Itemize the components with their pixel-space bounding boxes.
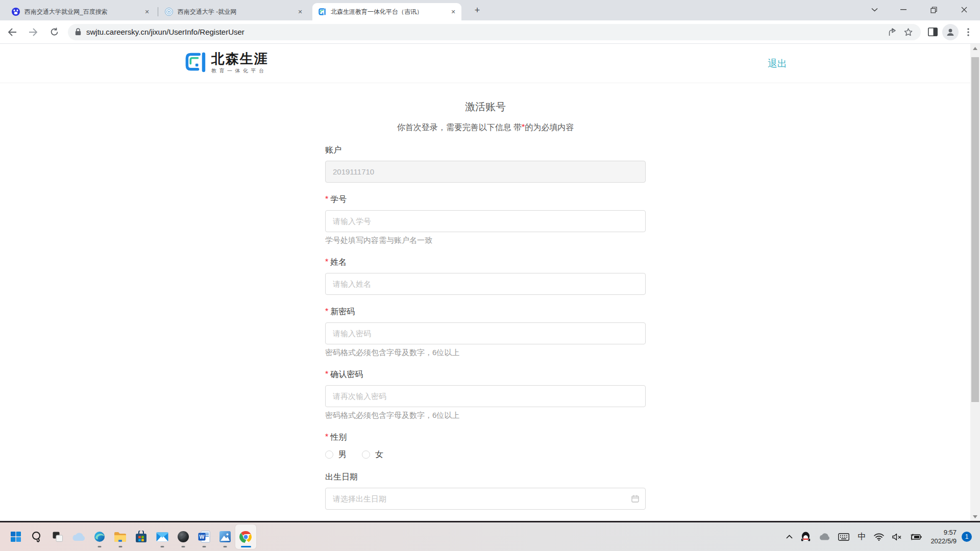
scroll-up-arrow-icon[interactable] — [970, 44, 980, 53]
gender-female-label: 女 — [375, 449, 383, 460]
profile-avatar-icon[interactable] — [942, 24, 959, 40]
field-new-password: *新密码 密码格式必须包含字母及数字，6位以上 — [325, 306, 646, 358]
search-button[interactable] — [26, 524, 47, 549]
form-subtitle: 你首次登录，需要完善以下信息 带*的为必填内容 — [325, 122, 646, 133]
volume-muted-icon[interactable] — [889, 527, 905, 547]
menu-dots-icon[interactable] — [961, 24, 976, 40]
media-player-button[interactable] — [173, 524, 193, 549]
browser-tabstrip: 西南交通大学就业网_百度搜索 ✕ 西南交通大学 -就业网 ✕ 北森生涯教育一体化… — [0, 0, 980, 20]
qq-icon[interactable] — [797, 527, 814, 547]
reload-button[interactable] — [45, 23, 63, 41]
word-button[interactable]: W — [193, 524, 214, 549]
field-name: *姓名 — [325, 257, 646, 295]
gender-label: *性别 — [325, 432, 646, 443]
lock-icon — [75, 28, 81, 36]
beisen-favicon-icon — [318, 8, 326, 16]
student-id-label: *学号 — [325, 194, 646, 205]
account-input — [325, 161, 646, 183]
birth-date-label: 出生日期 — [325, 471, 646, 483]
required-star: * — [325, 433, 328, 441]
edge-browser-icon — [93, 531, 106, 543]
required-star: * — [325, 195, 328, 204]
tab-baidu-search[interactable]: 西南交通大学就业网_百度搜索 ✕ — [6, 3, 155, 20]
tab-close-icon[interactable]: ✕ — [296, 8, 304, 16]
windows-taskbar: W 中 9:57 2022/5/9 1 — [0, 522, 980, 551]
start-button[interactable] — [5, 524, 26, 549]
mail-button[interactable] — [152, 524, 173, 549]
form-title: 激活账号 — [325, 99, 646, 114]
toolbar-actions — [925, 24, 976, 40]
swjtu-favicon-icon — [165, 8, 173, 16]
new-password-input[interactable] — [325, 322, 646, 344]
photos-button[interactable] — [214, 524, 235, 549]
window-close-button[interactable] — [952, 0, 976, 19]
logo-subtitle: 教育一体化平台 — [211, 67, 268, 74]
file-explorer-button[interactable] — [110, 524, 131, 549]
tab-title: 西南交通大学就业网_百度搜索 — [24, 8, 138, 16]
back-button[interactable] — [4, 23, 21, 41]
share-icon[interactable] — [885, 24, 900, 40]
gender-male-radio[interactable]: 男 — [325, 449, 347, 460]
site-header: 北森生涯 教育一体化平台 退出 — [0, 44, 980, 83]
confirm-password-input[interactable] — [325, 385, 646, 407]
notification-badge[interactable]: 1 — [962, 532, 972, 542]
tab-close-icon[interactable]: ✕ — [449, 8, 457, 16]
scrollbar-thumb[interactable] — [971, 57, 979, 402]
tab-beisen-platform-active[interactable]: 北森生涯教育一体化平台（吉讯） ✕ — [312, 3, 461, 20]
confirm-password-label: *确认密码 — [325, 369, 646, 380]
radio-circle-icon[interactable] — [362, 450, 370, 459]
chrome-button-active[interactable] — [235, 524, 256, 549]
required-star: * — [325, 307, 328, 316]
running-indicator — [160, 546, 164, 547]
store-button[interactable] — [131, 524, 152, 549]
radio-circle-icon[interactable] — [325, 450, 333, 459]
task-view-button[interactable] — [47, 524, 68, 549]
window-restore-button[interactable] — [922, 0, 945, 19]
beisen-logo-icon — [184, 51, 206, 73]
student-id-input[interactable] — [325, 210, 646, 232]
battery-charging-icon[interactable] — [906, 527, 925, 547]
url-text: swjtu.careersky.cn/jixun/UserInfo/Regist… — [86, 28, 885, 36]
touch-keyboard-icon[interactable] — [835, 527, 853, 547]
birth-date-input[interactable] — [325, 488, 646, 510]
word-icon: W — [198, 531, 210, 543]
confirm-password-hint: 密码格式必须包含字母及数字，6位以上 — [325, 410, 646, 420]
running-indicator — [223, 546, 227, 547]
forward-button[interactable] — [24, 23, 42, 41]
new-password-hint: 密码格式必须包含字母及数字，6位以上 — [325, 347, 646, 358]
beisen-logo: 北森生涯 教育一体化平台 — [184, 51, 268, 74]
logout-link[interactable]: 退出 — [768, 57, 787, 70]
address-bar[interactable]: swjtu.careersky.cn/jixun/UserInfo/Regist… — [68, 24, 921, 40]
svg-text:W: W — [199, 534, 204, 540]
onedrive-button[interactable] — [68, 524, 89, 549]
taskbar-clock[interactable]: 9:57 2022/5/9 — [926, 528, 960, 545]
clock-time: 9:57 — [930, 528, 957, 537]
gender-female-radio[interactable]: 女 — [362, 449, 383, 460]
side-panel-icon[interactable] — [925, 24, 940, 40]
chrome-icon — [239, 531, 252, 543]
field-gender: *性别 男 女 — [325, 432, 646, 460]
birth-date-picker — [325, 488, 646, 510]
mail-icon — [156, 532, 168, 542]
new-tab-button[interactable]: + — [470, 3, 484, 17]
tab-search-chevron-icon[interactable] — [863, 0, 886, 19]
tab-title: 西南交通大学 -就业网 — [178, 8, 291, 16]
logo-title: 北森生涯 — [211, 51, 268, 66]
name-input[interactable] — [325, 273, 646, 295]
photos-icon — [219, 531, 231, 543]
bookmark-star-icon[interactable] — [900, 24, 916, 40]
scroll-down-arrow-icon[interactable] — [970, 512, 980, 521]
tab-close-icon[interactable]: ✕ — [143, 8, 151, 16]
ime-language-indicator[interactable]: 中 — [854, 527, 869, 547]
wifi-icon[interactable] — [870, 527, 888, 547]
hidden-icons-chevron-icon[interactable] — [782, 527, 796, 547]
tab-swjtu-jobs[interactable]: 西南交通大学 -就业网 ✕ — [159, 3, 308, 20]
window-minimize-button[interactable] — [892, 0, 915, 19]
search-icon — [31, 531, 43, 543]
field-birth-date: 出生日期 — [325, 471, 646, 510]
onedrive-cloud-icon[interactable] — [815, 527, 834, 547]
edge-button[interactable] — [89, 524, 110, 549]
running-indicator — [118, 546, 122, 547]
page-scrollbar[interactable] — [970, 44, 980, 521]
calendar-icon[interactable] — [631, 495, 639, 503]
